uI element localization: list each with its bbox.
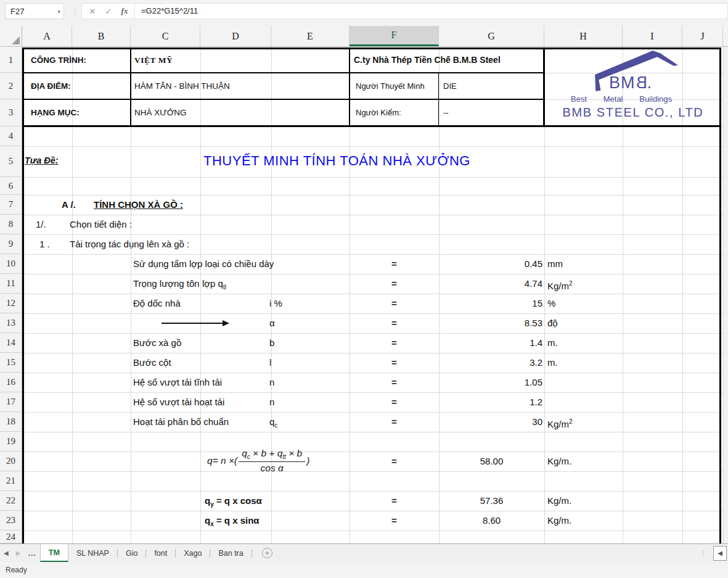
cell-symbol[interactable]: n — [269, 392, 274, 412]
cell-value[interactable]: 8.53 — [439, 313, 542, 333]
sheet-tab-sl-nhap[interactable]: SL NHAP — [68, 544, 117, 562]
cell-q-equation[interactable]: q = n ×(qc × b + qtt × bcos α) — [207, 442, 309, 480]
row-header-4[interactable]: 4 — [0, 126, 22, 146]
cell-symbol[interactable]: α — [269, 313, 275, 333]
cell-hang-muc-label[interactable]: HẠNG MỤC: — [31, 99, 80, 126]
cell-equals[interactable]: = — [350, 294, 439, 313]
row-header-8[interactable]: 8 — [0, 215, 22, 234]
cell-equals[interactable]: = — [350, 274, 439, 294]
cell-equals[interactable]: = — [350, 392, 439, 412]
cell-symbol[interactable]: qc — [269, 412, 277, 432]
hscroll-left-icon[interactable]: ◀ — [713, 546, 727, 561]
cell-equals[interactable]: = — [350, 254, 439, 274]
row-header-12[interactable]: 12 — [0, 294, 22, 313]
row-header-15[interactable]: 15 — [0, 353, 22, 373]
insert-function-icon[interactable]: fx — [117, 6, 133, 16]
row-header-13[interactable]: 13 — [0, 313, 22, 333]
cell-label[interactable]: Hệ số vượt tải tĩnh tải — [133, 373, 222, 392]
cell-hang-muc-value[interactable]: NHÀ XƯỞNG — [134, 99, 187, 126]
cell-label[interactable]: Sử dụng tấm lợp loại có chiều dày — [133, 254, 274, 274]
row-header-19[interactable]: 19 — [0, 432, 22, 452]
name-box[interactable]: F27 ▾ — [5, 3, 64, 19]
cell-sub1-title[interactable]: Chọn tiết diện : — [70, 215, 132, 234]
sheet-tab-ban-tra[interactable]: Ban tra — [210, 544, 251, 562]
sheet-tab-xago[interactable]: Xago — [176, 544, 210, 562]
row-header-20[interactable]: 20 — [0, 452, 22, 471]
cell-value[interactable]: 4.74 — [439, 274, 542, 294]
cell-unit[interactable]: độ — [547, 313, 558, 333]
cell-label[interactable]: Hệ số vượt tải hoạt tải — [133, 392, 224, 412]
cell-symbol[interactable]: i % — [269, 294, 282, 313]
tab-more-sheets[interactable]: ... — [24, 544, 39, 562]
row-header-17[interactable]: 17 — [0, 392, 22, 412]
row-header-16[interactable]: 16 — [0, 373, 22, 392]
cell-unit[interactable]: Kg/m2 — [547, 412, 573, 432]
sheet-tab-tm[interactable]: TM — [40, 544, 68, 562]
row-header-1[interactable]: 1 — [0, 47, 22, 73]
row-header-3[interactable]: 3 — [0, 99, 22, 126]
cell-unit[interactable]: Kg/m. — [547, 491, 571, 511]
cell-equals[interactable]: = — [350, 412, 439, 432]
column-header-B[interactable]: B — [72, 26, 131, 46]
row-header-11[interactable]: 11 — [0, 274, 22, 294]
cell-value[interactable]: 15 — [439, 294, 542, 313]
cell-cong-trinh-label[interactable]: CÔNG TRÌNH: — [31, 47, 86, 73]
name-box-dropdown-icon[interactable]: ▾ — [57, 4, 60, 20]
column-header-D[interactable]: D — [200, 26, 271, 46]
cancel-icon[interactable]: ✕ — [84, 7, 100, 16]
cell-equals[interactable]: = — [350, 373, 439, 392]
cell-dia-diem-label[interactable]: ĐỊA ĐIỂM: — [31, 73, 71, 99]
cell-nguoi-kiem-label[interactable]: Người Kiểm: — [356, 99, 401, 126]
row-header-22[interactable]: 22 — [0, 491, 22, 511]
cell-value[interactable]: 58.00 — [439, 452, 544, 471]
row-header-21[interactable]: 21 — [0, 471, 22, 491]
cell-value[interactable]: 30 — [439, 412, 542, 432]
row-header-7[interactable]: 7 — [0, 195, 22, 215]
cell-symbol[interactable]: l — [269, 353, 271, 373]
column-header-G[interactable]: G — [439, 26, 544, 46]
cell-unit[interactable]: Kg/m. — [547, 452, 571, 471]
tab-scroll-left-icon[interactable]: ◀ — [0, 544, 12, 562]
cell-value[interactable]: 57.36 — [439, 491, 544, 511]
cell-symbol[interactable]: b — [269, 333, 274, 353]
row-header-23[interactable]: 23 — [0, 511, 22, 531]
column-header-J[interactable]: J — [682, 26, 723, 46]
cell-unit[interactable]: Kg/m. — [547, 511, 571, 531]
cell-unit[interactable]: Kg/m2 — [547, 274, 573, 294]
cell-nguoi-thuyet-minh-label[interactable]: Người Thuyết Minh — [356, 73, 425, 99]
row-header-2[interactable]: 2 — [0, 73, 22, 99]
cell-sub2-title[interactable]: Tải trọng tác dụng lên xà gồ : — [70, 234, 189, 254]
cell-section-a-num[interactable]: A /. — [62, 195, 76, 215]
row-header-10[interactable]: 10 — [0, 254, 22, 274]
cell-cong-trinh-value[interactable]: VIỆT MỸ — [134, 47, 173, 73]
add-sheet-icon[interactable]: + — [262, 548, 272, 558]
cell-equals[interactable]: = — [350, 313, 439, 333]
enter-icon[interactable]: ✓ — [100, 7, 117, 16]
cell-label[interactable]: Bước cột — [133, 353, 171, 373]
select-all-corner[interactable] — [0, 26, 22, 47]
column-header-A[interactable]: A — [22, 26, 72, 46]
cell-symbol[interactable]: n — [269, 373, 274, 392]
cell-sub2-num[interactable]: 1 . — [39, 234, 50, 254]
row-header-5[interactable]: 5 — [0, 146, 22, 177]
cell-label[interactable]: Trọng lượng tôn lợp qtl — [133, 274, 226, 294]
cell-value[interactable]: 1.2 — [439, 392, 542, 412]
cell-nguoi-thuyet-minh-value[interactable]: DIE — [443, 73, 457, 99]
row-header-6[interactable]: 6 — [0, 177, 22, 195]
cell-nguoi-kiem-value[interactable]: -- — [443, 99, 449, 126]
vertical-scrollbar[interactable] — [723, 47, 728, 543]
cell-equals[interactable]: = — [350, 333, 439, 353]
cell-label[interactable]: Hoạt tải phân bố chuẩn — [133, 412, 229, 432]
cell-tua-de[interactable]: Tựa Đề: — [25, 146, 59, 175]
cell-equals[interactable]: = — [350, 353, 439, 373]
cell-equals[interactable]: = — [350, 511, 439, 531]
row-header-14[interactable]: 14 — [0, 333, 22, 353]
cell-q-expression[interactable]: qx = q x sinα — [205, 511, 260, 531]
column-header-F[interactable]: F — [350, 26, 439, 46]
cell-dia-diem-value[interactable]: HÀM TÂN - BÌNH THUẬN — [134, 73, 230, 99]
cell-value[interactable]: 3.2 — [439, 353, 542, 373]
cell-q-expression[interactable]: qy = q x cosα — [205, 491, 262, 511]
row-header-9[interactable]: 9 — [0, 234, 22, 254]
column-header-E[interactable]: E — [271, 26, 350, 46]
cell-label[interactable]: Bước xà gồ — [133, 333, 181, 353]
